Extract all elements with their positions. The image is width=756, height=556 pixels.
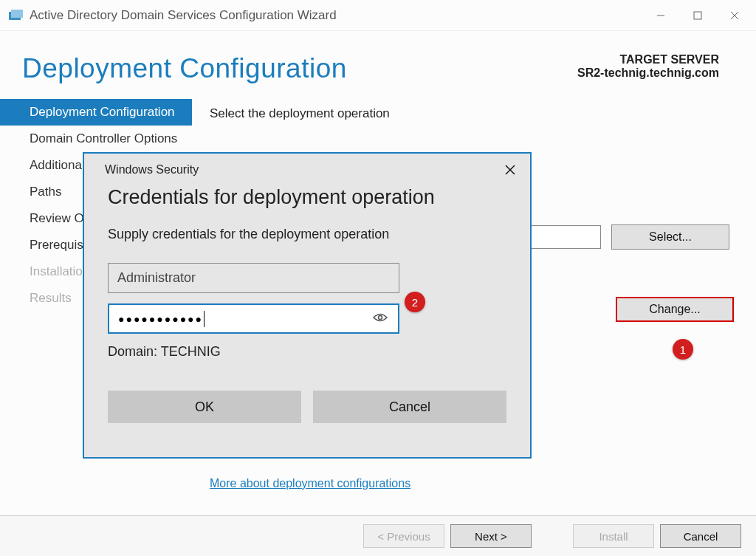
button-label: Install [599,530,628,543]
button-label: Cancel [389,399,430,415]
dialog-cancel-button[interactable]: Cancel [313,391,506,423]
sidebar-item-label: Paths [30,185,61,199]
install-button: Install [573,524,654,548]
close-button[interactable] [716,0,753,31]
ok-button[interactable]: OK [108,391,301,423]
button-label: < Previous [377,530,430,543]
domain-label: Domain: TECHNIG [108,344,506,360]
button-label: Change... [649,303,700,316]
button-label: Select... [649,230,692,244]
svg-rect-1 [11,10,23,18]
wizard-footer: < Previous Next > Install Cancel [0,515,756,556]
password-input[interactable]: ●●●●●●●●●●● [108,303,399,334]
window-controls [642,0,753,31]
button-label: Next > [475,530,507,543]
window-titlebar: Active Directory Domain Services Configu… [0,0,756,31]
target-server-name: SR2-technig.technig.com [577,66,719,80]
header: Deployment Configuration TARGET SERVER S… [0,31,756,92]
svg-rect-3 [694,12,701,19]
target-server-block: TARGET SERVER SR2-technig.technig.com [577,53,719,80]
sidebar-item-domain-controller-options[interactable]: Domain Controller Options [0,126,192,152]
sidebar-item-label: Installation [30,264,89,278]
dialog-close-icon[interactable] [505,162,515,179]
reveal-password-icon[interactable] [373,312,388,326]
annotation-bubble-2: 2 [405,292,425,312]
link-text: More about deployment configurations [210,477,410,490]
cancel-button[interactable]: Cancel [660,524,741,548]
change-button[interactable]: Change... [616,297,734,322]
maximize-button[interactable] [679,0,716,31]
select-button[interactable]: Select... [611,224,729,250]
dialog-title: Windows Security [105,163,199,176]
button-label: OK [195,399,214,415]
window-title: Active Directory Domain Services Configu… [30,8,642,23]
annotation-bubble-1: 1 [673,339,693,360]
next-button[interactable]: Next > [450,524,532,548]
app-icon [9,10,24,21]
username-value: Administrator [117,270,196,286]
sidebar-item-label: Domain Controller Options [30,131,177,145]
username-input[interactable]: Administrator [108,263,399,293]
target-server-label: TARGET SERVER [577,53,719,66]
credentials-dialog: Windows Security Credentials for deploym… [83,152,532,459]
text-cursor [204,311,205,327]
dialog-subtext: Supply credentials for the deployment op… [108,227,506,242]
password-value: ●●●●●●●●●●● [118,313,203,325]
dialog-titlebar: Windows Security [84,154,530,186]
minimize-button[interactable] [642,0,679,31]
sidebar-item-label: Deployment Configuration [30,105,175,119]
sidebar-item-label: Results [30,291,72,305]
svg-point-8 [379,315,382,319]
previous-button: < Previous [363,524,444,548]
dialog-heading: Credentials for deployment operation [108,186,506,209]
page-title: Deployment Configuration [22,53,347,84]
sidebar-item-deployment-configuration[interactable]: Deployment Configuration [0,99,192,126]
dialog-body: Credentials for deployment operation Sup… [84,186,530,423]
instruction-text: Select the deployment operation [210,106,734,121]
button-label: Cancel [684,530,718,543]
more-about-link[interactable]: More about deployment configurations [210,462,410,490]
dialog-button-row: OK Cancel [108,391,506,423]
